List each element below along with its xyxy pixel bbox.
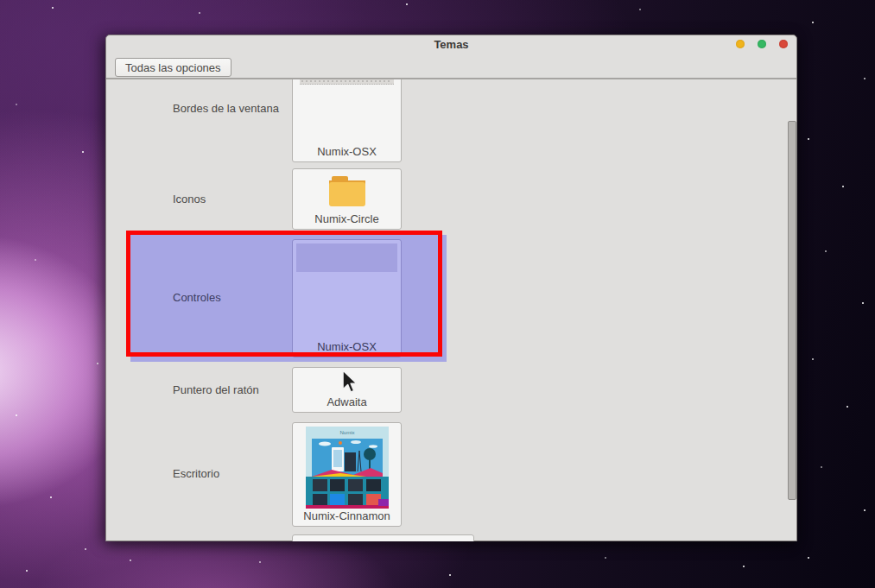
desktop-wallpaper: Temas Todas las opciones Bordes de la ve… — [0, 0, 875, 588]
theme-name: Numix-Circle — [293, 212, 401, 225]
row-label-window-borders: Bordes de la ventana — [173, 102, 279, 115]
theme-card-controls[interactable]: Numix-OSX — [292, 239, 402, 357]
all-options-button[interactable]: Todas las opciones — [115, 58, 231, 77]
folder-icon — [327, 175, 368, 212]
titlebar[interactable]: Temas — [106, 35, 796, 56]
controls-theme-preview — [296, 243, 397, 272]
settings-content: Bordes de la ventana Numix-OSX Iconos Nu… — [106, 79, 796, 541]
row-label-icons: Iconos — [173, 193, 206, 205]
scrollbar-thumb[interactable] — [788, 121, 796, 500]
theme-name: Adwaita — [293, 395, 401, 408]
minimize-button[interactable] — [736, 40, 745, 48]
wallpaper-stars — [0, 0, 2, 2]
preview-watermark: Numix — [339, 430, 354, 435]
row-label-mouse-pointer: Puntero del ratón — [173, 383, 259, 396]
theme-name: Numix-Cinnamon — [293, 509, 401, 522]
maximize-button[interactable] — [758, 40, 766, 48]
row-label-desktop: Escritorio — [173, 467, 219, 480]
window-title: Temas — [106, 38, 796, 51]
themes-window: Temas Todas las opciones Bordes de la ve… — [105, 35, 797, 541]
add-remove-desktop-themes-button[interactable]: Añadir o eliminar temas de escritorio — [292, 534, 474, 541]
theme-name: Numix-OSX — [293, 340, 401, 353]
desktop-theme-preview: Numix — [306, 427, 389, 512]
theme-card-window-borders[interactable]: Numix-OSX — [292, 79, 402, 162]
theme-card-icons[interactable]: Numix-Circle — [292, 168, 402, 230]
row-label-controls: Controles — [173, 291, 221, 304]
theme-card-desktop[interactable]: Numix — [292, 422, 402, 527]
theme-card-mouse-pointer[interactable]: Adwaita — [292, 367, 402, 413]
window-border-preview — [300, 79, 394, 85]
close-button[interactable] — [779, 40, 788, 48]
theme-name: Numix-OSX — [293, 145, 401, 158]
